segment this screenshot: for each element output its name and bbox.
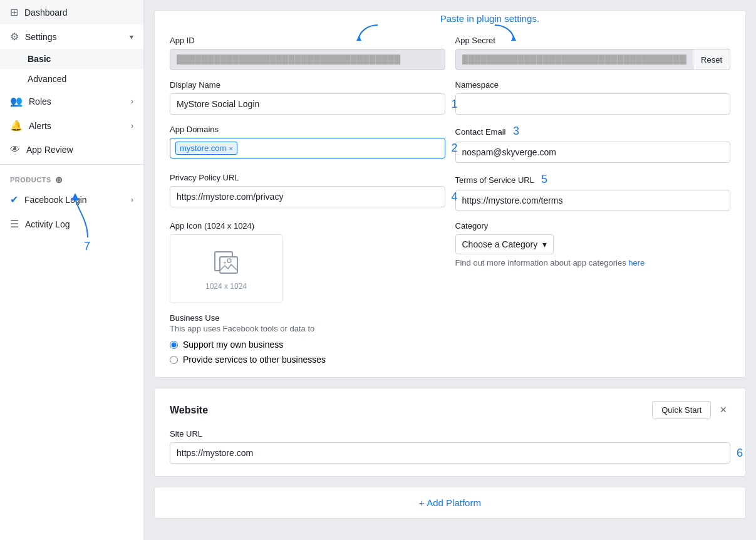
settings-card: Paste in plugin settings.: [154, 10, 746, 378]
display-namespace-row: Display Name 1 Namespace: [170, 80, 730, 115]
radio-own-business[interactable]: Support my own business: [170, 340, 730, 350]
website-close-button[interactable]: ×: [716, 402, 730, 418]
app-secret-group: App Secret Reset: [455, 36, 731, 70]
sidebar-item-app-review[interactable]: 👁 App Review: [0, 138, 143, 162]
add-platform-label: + Add Platform: [419, 497, 481, 508]
app-id-label: App ID: [170, 36, 445, 45]
sidebar-divider: [0, 164, 143, 165]
annotation-3: 3: [513, 125, 519, 137]
sidebar-item-label: Settings: [25, 32, 57, 42]
sidebar-item-basic[interactable]: Basic: [0, 49, 143, 69]
icon-size-label: 1024 x 1024: [205, 282, 247, 291]
website-title: Website: [170, 405, 208, 416]
category-info: Find out more information about app cate…: [455, 258, 731, 267]
domain-tag: mystore.com ×: [175, 142, 237, 155]
sidebar-item-dashboard[interactable]: ⊞ Dashboard: [0, 0, 143, 24]
website-card: Website Quick Start × Site URL 6: [154, 388, 746, 477]
chevron-right-icon: ›: [131, 195, 133, 204]
sidebar-item-label: Dashboard: [24, 8, 68, 18]
namespace-group: Namespace: [455, 80, 731, 115]
sidebar-products-section: PRODUCTS ⊕: [0, 167, 143, 187]
sidebar-item-facebook-login[interactable]: ✔ Facebook Login ›: [0, 187, 143, 212]
svg-text:+: +: [223, 259, 227, 266]
paste-annotation-area: Paste in plugin settings.: [155, 11, 745, 36]
privacy-policy-group: Privacy Policy URL 4: [170, 173, 445, 211]
annotation-4: 4: [451, 190, 457, 204]
app-review-icon: 👁: [10, 144, 20, 155]
sidebar-activity-log-label: Activity Log: [25, 219, 70, 229]
annotation-5: 5: [541, 173, 547, 185]
sidebar-item-label: Alerts: [29, 121, 51, 131]
sidebar-item-alerts[interactable]: 🔔 Alerts ›: [0, 113, 143, 138]
app-id-secret-row: App ID App Secret Reset: [170, 36, 730, 70]
website-header: Website Quick Start ×: [170, 401, 730, 419]
radio-own-business-input[interactable]: [170, 341, 178, 349]
annotation-2: 2: [451, 142, 457, 155]
chevron-right-icon: ›: [131, 97, 133, 106]
namespace-input[interactable]: [455, 93, 731, 115]
radio-other-business[interactable]: Provide services to other businesses: [170, 355, 730, 365]
app-id-input[interactable]: [170, 49, 445, 70]
annotation-1: 1: [451, 98, 457, 111]
quick-start-button[interactable]: Quick Start: [652, 401, 711, 419]
domains-email-row: App Domains mystore.com × 2 Contact Emai…: [170, 125, 730, 163]
choose-category-dropdown[interactable]: Choose a Category ▾: [455, 234, 554, 254]
annotation-7-label: 7: [84, 240, 90, 253]
app-secret-input[interactable]: [455, 49, 694, 70]
sidebar-facebook-login-label: Facebook Login: [24, 195, 87, 205]
dropdown-arrow-icon: ▾: [542, 239, 547, 249]
contact-email-label: Contact Email 3: [455, 125, 731, 138]
domain-tag-close[interactable]: ×: [229, 145, 232, 152]
sidebar-item-advanced[interactable]: Advanced: [0, 69, 143, 89]
tos-input[interactable]: [455, 190, 731, 211]
products-label: PRODUCTS: [10, 176, 51, 184]
dashboard-icon: ⊞: [10, 6, 18, 18]
app-domains-label: App Domains: [170, 125, 445, 134]
alerts-icon: 🔔: [10, 120, 23, 132]
icon-category-row: App Icon (1024 x 1024) + 1024 x 1024 Cat…: [170, 221, 730, 303]
sidebar-item-label: App Review: [26, 145, 73, 155]
sidebar-item-label: Roles: [29, 96, 51, 106]
business-use-label: Business Use: [170, 313, 730, 323]
facebook-login-icon: ✔: [10, 194, 18, 205]
website-actions: Quick Start ×: [652, 401, 730, 419]
paste-annotation-label: Paste in plugin settings.: [440, 13, 539, 24]
annotation-6: 6: [737, 447, 743, 460]
app-domains-group: App Domains mystore.com × 2: [170, 125, 445, 163]
display-name-input[interactable]: [170, 93, 445, 115]
add-product-icon[interactable]: ⊕: [55, 175, 63, 185]
sidebar-item-activity-log[interactable]: ☰ Activity Log: [0, 212, 143, 236]
app-icon-upload[interactable]: + 1024 x 1024: [170, 234, 282, 303]
chevron-right-icon: ›: [131, 122, 133, 130]
sidebar-item-settings[interactable]: ⚙ Settings ▾: [0, 24, 143, 49]
site-url-group: Site URL 6: [170, 429, 730, 464]
sidebar-sub-item-label: Advanced: [28, 74, 66, 84]
sidebar-sub-item-label: Basic: [28, 54, 51, 64]
display-name-label: Display Name: [170, 80, 445, 90]
contact-email-group: Contact Email 3: [455, 125, 731, 163]
site-url-label: Site URL: [170, 429, 730, 439]
upload-icon: +: [211, 247, 241, 277]
reset-button[interactable]: Reset: [693, 49, 730, 70]
site-url-input[interactable]: [170, 442, 730, 464]
roles-icon: 👥: [10, 95, 23, 107]
sidebar-item-roles[interactable]: 👥 Roles ›: [0, 89, 143, 113]
privacy-policy-input[interactable]: [170, 186, 445, 207]
radio-other-business-input[interactable]: [170, 356, 178, 364]
add-platform-button[interactable]: + Add Platform: [154, 487, 746, 519]
contact-email-input[interactable]: [455, 142, 731, 163]
display-name-group: Display Name 1: [170, 80, 445, 115]
business-use-desc: This app uses Facebook tools or data to: [170, 324, 730, 333]
app-domains-tag-input[interactable]: mystore.com ×: [170, 138, 445, 158]
privacy-policy-label: Privacy Policy URL: [170, 173, 445, 182]
radio-other-business-label: Provide services to other businesses: [183, 355, 326, 365]
app-id-group: App ID: [170, 36, 445, 70]
chevron-down-icon: ▾: [130, 33, 133, 41]
domain-tag-value: mystore.com: [180, 143, 226, 153]
settings-icon: ⚙: [10, 31, 19, 43]
app-icon-group: App Icon (1024 x 1024) + 1024 x 1024: [170, 221, 445, 303]
sidebar: ⊞ Dashboard ⚙ Settings ▾ Basic Advanced …: [0, 0, 144, 540]
business-use-radio-group: Support my own business Provide services…: [170, 340, 730, 365]
category-here-link[interactable]: here: [628, 258, 645, 267]
business-use-section: Business Use This app uses Facebook tool…: [170, 313, 730, 365]
